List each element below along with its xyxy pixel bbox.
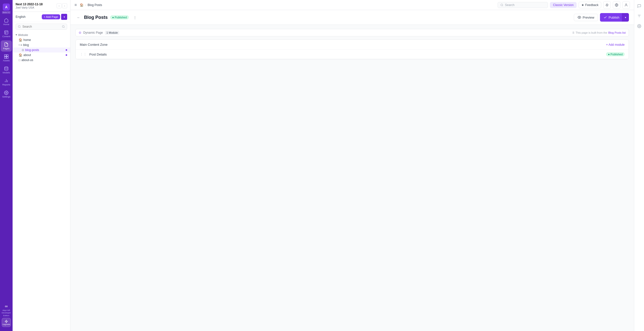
breadcrumb-separator: › [85,3,86,7]
global-search[interactable]: Search [498,2,548,8]
tree-item-blog-posts[interactable]: ⊙ blog-posts [13,48,70,53]
publish-btn-group: Publish ▾ [600,13,629,22]
lightning-icon-button[interactable] [603,1,611,9]
add-page-button[interactable]: + Add Page [42,14,60,19]
sidebar-item-content[interactable]: Content [1,28,12,39]
module-count-badge: 1 Module [105,31,119,35]
nav-forward-arrow[interactable]: › [62,3,67,8]
about-dot [66,54,67,56]
hamburger-area: ≡ [74,3,77,7]
search-icon [18,25,21,28]
content-zone: Main Content Zone + Add module ⋮⋮ Post D… [75,39,629,59]
days-left-info: ∞ days left Developer Edition [0,304,13,317]
svg-line-16 [503,6,503,6]
dynamic-page-label: Dynamic Page [83,31,103,34]
nav-back-arrow[interactable]: ‹ [57,3,62,8]
page-header: ← Blog Posts ● Published ⋮ Preview Publi… [70,10,634,25]
breadcrumb: 🏠 › Blog Posts [80,3,102,7]
left-sidebar: A Beta V1 Home Content Pages Assets Mode… [0,0,13,331]
module-row: ⋮⋮ Post Details ● Published [76,50,629,59]
add-page-dropdown[interactable]: ▾ [61,14,67,20]
settings-gear-icon-button[interactable] [635,22,643,30]
svg-point-21 [579,17,580,18]
svg-point-15 [501,4,503,6]
svg-point-20 [626,4,627,5]
second-sidebar-header: Next 13 2022-11-18 Joel Varty USA ‹ › [13,0,70,12]
sidebar-item-home[interactable]: Home [1,16,12,27]
user-icon-button[interactable] [622,1,630,9]
blog-posts-list-link[interactable]: Blog Posts list [608,31,626,34]
sidebar-item-models-label: Models [3,71,10,74]
eye-icon [578,16,581,19]
sidebar-item-settings[interactable]: Settings [1,89,12,100]
sidebar-item-models[interactable]: Models [1,65,12,76]
search-row [13,22,70,31]
sidebar-item-reports[interactable]: Reports [1,77,12,88]
svg-point-13 [62,26,64,28]
global-search-icon [500,4,503,7]
tree-section: ▾ Website 🏠 home ▾ ≡ blog ⊙ blog-posts 🏠… [13,31,70,331]
zone-title: Main Content Zone [80,43,108,46]
version-label: Next 13 2022-11-18 [16,3,55,6]
more-options-button[interactable]: ⋮ [131,14,138,21]
module-name: Post Details [89,53,606,56]
upgrade-button[interactable]: Upgrade [2,318,11,327]
user-info: Next 13 2022-11-18 Joel Varty USA [16,3,55,9]
filter-icon-button[interactable] [635,12,643,20]
svg-rect-1 [5,55,6,57]
dynamic-page-icon: ⊙ [22,48,24,52]
svg-marker-17 [606,4,609,7]
nav-arrows: ‹ › [57,3,67,8]
tree-group-website[interactable]: ▾ Website [13,32,70,37]
sidebar-item-pages-label: Pages [3,47,10,50]
publish-dropdown-button[interactable]: ▾ [622,13,629,22]
app-logo[interactable]: A [3,4,10,11]
svg-point-9 [6,92,7,93]
tree-item-about[interactable]: 🏠 about [13,53,70,58]
svg-rect-4 [7,57,8,59]
svg-rect-2 [7,55,8,57]
chat-icon-button[interactable] [635,2,643,10]
dynamic-page-bar: ⊙ Dynamic Page 1 Module This page is bui… [75,29,629,36]
infinity-icon: ∞ [0,304,13,309]
svg-line-12 [20,27,20,28]
search-input[interactable] [22,25,60,28]
main-area: ≡ 🏠 › Blog Posts Search Classic Version … [70,0,634,331]
check-icon [603,16,607,19]
publish-button[interactable]: Publish [600,13,623,22]
tree-item-about-us[interactable]: □ about-us [13,58,70,63]
globe-icon-button[interactable] [613,1,620,9]
status-badge: ● Published [110,15,129,19]
svg-marker-10 [5,320,8,323]
dynamic-page-icon: ⊙ [79,31,81,34]
back-button[interactable]: ← [75,14,82,20]
sidebar-item-assets[interactable]: Assets [1,53,12,64]
svg-rect-3 [5,57,6,59]
about-us-page-icon: □ [19,58,20,62]
about-page-icon: 🏠 [19,53,22,57]
blog-page-icon: ≡ [20,43,22,47]
tree-item-blog[interactable]: ▾ ≡ blog [13,42,70,48]
lang-add-row: English + Add Page ▾ [13,12,70,22]
svg-rect-0 [5,31,8,34]
active-dot [66,49,67,51]
add-module-button[interactable]: + Add module [606,43,625,46]
right-panel [634,0,644,331]
svg-point-5 [5,67,8,68]
hamburger-icon[interactable]: ≡ [74,3,77,7]
sidebar-item-home-label: Home [3,23,9,26]
sidebar-item-content-label: Content [2,35,10,38]
page-title: Blog Posts [84,15,108,20]
logo-area: A Beta V1 [0,2,13,15]
feedback-button[interactable]: ★ Feedback [579,2,601,8]
search-submit-icon[interactable] [62,25,65,28]
nav-bottom: ∞ days left Developer Edition Upgrade [0,304,13,329]
sidebar-item-pages[interactable]: Pages [1,40,12,52]
chevron-down-icon: ▾ [19,44,20,46]
tree-item-home[interactable]: 🏠 home [13,37,70,42]
preview-button[interactable]: Preview [574,14,598,21]
classic-version-button[interactable]: Classic Version [550,2,577,8]
breadcrumb-home-icon[interactable]: 🏠 [80,3,84,7]
drag-handle-icon[interactable]: ⋮⋮ [80,52,87,56]
top-bar-right: Search Classic Version ★ Feedback [498,1,630,9]
